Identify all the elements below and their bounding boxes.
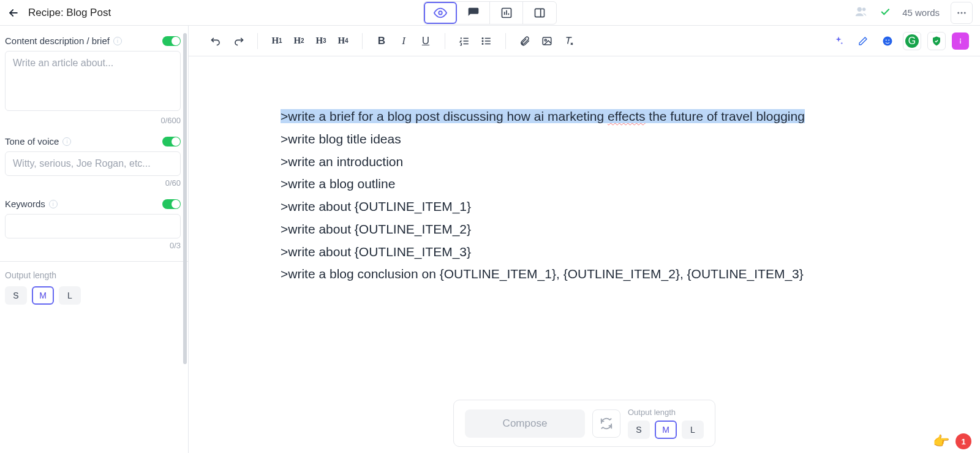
output-length-label: Output length <box>5 270 181 280</box>
tab-chat[interactable] <box>457 2 490 24</box>
doc-line[interactable]: >write about {OUTLINE_ITEM_3} <box>281 241 888 264</box>
svg-point-16 <box>960 38 961 39</box>
svg-point-5 <box>957 12 959 13</box>
svg-point-6 <box>961 12 963 13</box>
svg-rect-17 <box>960 40 960 43</box>
doc-line[interactable]: >write a blog conclusion on {OUTLINE_ITE… <box>281 263 888 286</box>
word-count: 45 words <box>902 7 940 18</box>
brief-input[interactable] <box>5 51 181 111</box>
compose-output-length-label: Output length <box>628 408 704 417</box>
doc-line[interactable]: >write an introduction <box>281 151 888 173</box>
back-button[interactable] <box>7 7 20 19</box>
clear-format-button[interactable] <box>559 31 579 51</box>
ordered-list-button[interactable] <box>454 31 475 51</box>
h1-button[interactable]: H1 <box>266 31 287 51</box>
sidebar-scrollbar[interactable] <box>183 33 187 364</box>
length-m[interactable]: M <box>32 286 54 305</box>
svg-point-10 <box>482 43 483 44</box>
svg-point-15 <box>888 39 889 40</box>
doc-line[interactable]: >write about {OUTLINE_ITEM_2} <box>281 218 888 241</box>
keywords-toggle[interactable] <box>162 199 181 209</box>
svg-point-4 <box>862 7 866 10</box>
pointing-hand-icon[interactable]: 👉 <box>933 433 949 449</box>
compose-length-l[interactable]: L <box>682 421 704 439</box>
image-button[interactable] <box>537 31 557 51</box>
keywords-counter: 0/3 <box>5 241 181 250</box>
bold-button[interactable]: B <box>371 31 392 51</box>
svg-point-12 <box>545 39 546 41</box>
check-icon <box>879 6 891 20</box>
info-icon[interactable]: i <box>49 200 58 208</box>
svg-point-3 <box>858 7 862 11</box>
svg-point-8 <box>482 37 483 39</box>
document-editor[interactable]: >write a brief for a blog post discussin… <box>189 56 980 453</box>
pencil-icon[interactable] <box>854 32 872 50</box>
svg-rect-2 <box>535 9 545 17</box>
compose-length-m[interactable]: M <box>655 421 677 439</box>
compose-bar: Compose Output length S M L <box>453 400 715 447</box>
tone-toggle[interactable] <box>162 137 181 147</box>
tone-counter: 0/60 <box>5 178 181 188</box>
editor-toolbar: H1 H2 H3 H4 B I U <box>189 26 980 56</box>
svg-point-14 <box>886 39 887 40</box>
tab-preview[interactable] <box>424 2 457 24</box>
doc-line[interactable]: >write a brief for a blog post discussin… <box>281 109 805 123</box>
info-icon[interactable]: i <box>113 37 122 45</box>
info-icon[interactable]: i <box>62 137 71 146</box>
shield-icon[interactable] <box>927 32 946 50</box>
italic-button[interactable]: I <box>393 31 414 51</box>
notification-badge[interactable]: 1 <box>956 433 971 449</box>
attachment-button[interactable] <box>514 31 535 51</box>
emoji-icon[interactable] <box>878 32 897 50</box>
svg-rect-11 <box>543 37 551 45</box>
keywords-input[interactable] <box>5 214 181 238</box>
svg-point-0 <box>439 11 442 15</box>
view-mode-tabs <box>423 1 557 25</box>
undo-button[interactable] <box>206 31 227 51</box>
doc-line[interactable]: >write a blog outline <box>281 173 888 196</box>
tab-stats[interactable] <box>490 2 523 24</box>
bullet-list-button[interactable] <box>476 31 497 51</box>
h3-button[interactable]: H3 <box>311 31 331 51</box>
sidebar: Content description / brief i 0/600 Tone… <box>0 26 189 453</box>
length-s[interactable]: S <box>5 286 27 305</box>
h4-button[interactable]: H4 <box>333 31 353 51</box>
brief-counter: 0/600 <box>5 116 181 125</box>
divider <box>0 261 188 262</box>
brief-label: Content description / brief i <box>5 36 122 46</box>
collaborators-icon[interactable] <box>854 5 868 21</box>
length-l[interactable]: L <box>59 286 81 305</box>
compose-button[interactable]: Compose <box>465 409 585 438</box>
tone-label: Tone of voice i <box>5 136 71 147</box>
svg-point-7 <box>964 12 966 13</box>
underline-button[interactable]: U <box>415 31 436 51</box>
compose-length-s[interactable]: S <box>628 421 650 439</box>
doc-line[interactable]: >write blog title ideas <box>281 128 888 151</box>
doc-line[interactable]: >write about {OUTLINE_ITEM_1} <box>281 196 888 218</box>
tone-input[interactable] <box>5 151 181 176</box>
redo-button[interactable] <box>228 31 249 51</box>
regenerate-button[interactable] <box>592 409 620 438</box>
tab-sidebar-view[interactable] <box>523 2 556 24</box>
page-title: Recipe: Blog Post <box>28 7 111 19</box>
brief-toggle[interactable] <box>162 36 181 46</box>
grammarly-icon[interactable]: G <box>903 32 921 50</box>
more-button[interactable] <box>951 2 973 24</box>
h2-button[interactable]: H2 <box>288 31 309 51</box>
keywords-label: Keywords i <box>5 199 58 209</box>
svg-point-13 <box>883 36 892 45</box>
sparkle-icon[interactable] <box>829 32 848 50</box>
svg-point-9 <box>482 40 483 42</box>
info-badge[interactable] <box>952 32 969 50</box>
